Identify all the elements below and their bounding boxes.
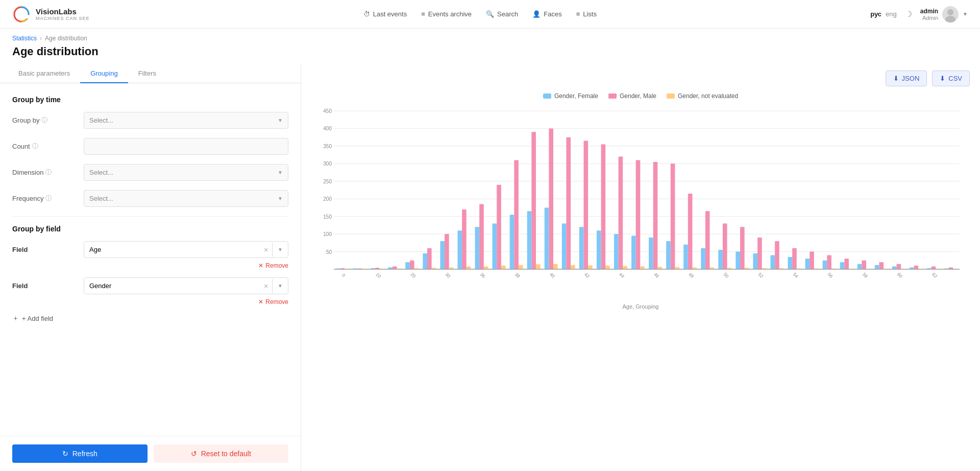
dimension-select[interactable]: Select... ▼ (84, 164, 288, 181)
main-nav: ⏱ Last events ≡ Events archive 🔍 Search … (363, 10, 597, 18)
field-age-dropdown-icon[interactable]: ▼ (273, 247, 288, 252)
field-gender-dropdown-icon[interactable]: ▼ (273, 283, 288, 289)
svg-text:42: 42 (583, 272, 591, 279)
page-header: Statistics › Age distribution Age distri… (0, 29, 980, 58)
lists-icon: ≡ (576, 10, 580, 18)
chevron-down-icon: ▼ (278, 170, 283, 175)
svg-rect-82 (631, 236, 636, 269)
legend-female: Gender, Female (543, 92, 598, 100)
svg-rect-97 (705, 211, 710, 269)
nav-events-archive[interactable]: ≡ Events archive (421, 10, 472, 18)
svg-rect-121 (827, 255, 831, 269)
svg-rect-66 (553, 264, 558, 269)
svg-rect-104 (740, 227, 745, 269)
field-gender-clear-icon[interactable]: × (260, 282, 272, 290)
count-input[interactable] (84, 138, 288, 155)
svg-rect-91 (675, 267, 679, 269)
svg-rect-93 (688, 194, 693, 269)
svg-point-1 (947, 9, 953, 15)
export-csv-button[interactable]: ⬇ CSV (932, 70, 970, 86)
field-age-select[interactable]: × ▼ (84, 241, 288, 258)
frequency-select[interactable]: Select... ▼ (84, 190, 288, 207)
language-switcher[interactable]: рус eng (870, 10, 897, 18)
field-gender-select[interactable]: × ▼ (84, 277, 288, 294)
logo[interactable]: VisionLabs MACHINES CAN SEE (12, 5, 90, 23)
remove-gender-button[interactable]: ✕ Remove (258, 298, 288, 305)
field-gender-input[interactable] (84, 278, 260, 294)
add-field-button[interactable]: ＋ + Add field (12, 314, 288, 323)
tab-grouping[interactable]: Grouping (80, 64, 128, 83)
legend-male-dot (608, 93, 617, 99)
svg-rect-120 (823, 261, 827, 269)
svg-text:44: 44 (618, 272, 625, 279)
svg-rect-135 (896, 264, 901, 269)
breadcrumb-parent[interactable]: Statistics (12, 35, 37, 42)
svg-rect-89 (666, 241, 671, 269)
svg-rect-142 (932, 266, 936, 269)
svg-rect-69 (566, 137, 571, 269)
lang-en[interactable]: eng (886, 10, 897, 18)
svg-rect-132 (879, 262, 884, 269)
panel-footer: ↻ Refresh ↺ Reset to default (0, 436, 301, 471)
group-by-time-title: Group by time (12, 96, 288, 104)
svg-rect-36 (405, 262, 410, 269)
theme-toggle[interactable]: ☽ (905, 9, 912, 19)
header: VisionLabs MACHINES CAN SEE ⏱ Last event… (0, 0, 980, 29)
svg-rect-59 (519, 265, 523, 269)
svg-text:46: 46 (653, 272, 660, 279)
export-json-button[interactable]: ⬇ JSON (886, 70, 927, 86)
field-age-input[interactable] (84, 242, 260, 257)
svg-rect-84 (640, 266, 645, 269)
download-icon: ⬇ (893, 75, 899, 82)
svg-text:350: 350 (323, 144, 332, 149)
count-row: Count ⓘ (12, 138, 288, 155)
svg-rect-48 (462, 209, 467, 269)
svg-rect-83 (636, 160, 641, 269)
nav-search[interactable]: 🔍 Search (486, 10, 518, 18)
svg-rect-146 (949, 268, 953, 269)
chart-wrapper: 5010015020025030035040045001020303638404… (311, 106, 970, 301)
svg-rect-72 (583, 141, 588, 269)
svg-text:250: 250 (323, 179, 332, 184)
remove-age-button[interactable]: ✕ Remove (258, 262, 288, 269)
refresh-button[interactable]: ↻ Refresh (12, 444, 148, 463)
svg-text:38: 38 (514, 272, 521, 279)
nav-lists[interactable]: ≡ Lists (576, 10, 597, 18)
user-avatar[interactable] (942, 6, 959, 22)
svg-rect-103 (736, 252, 740, 269)
svg-rect-50 (475, 227, 480, 269)
dimension-placeholder: Select... (89, 169, 113, 176)
tab-filters[interactable]: Filters (128, 64, 166, 83)
svg-rect-71 (579, 227, 584, 269)
svg-rect-68 (562, 223, 567, 269)
svg-rect-56 (501, 266, 506, 269)
svg-text:54: 54 (792, 272, 799, 279)
svg-rect-61 (527, 211, 532, 269)
legend-male: Gender, Male (608, 92, 656, 100)
user-menu[interactable]: admin Admin ▼ (920, 6, 968, 22)
lang-ru[interactable]: рус (870, 10, 881, 18)
group-by-select[interactable]: Select... ▼ (84, 112, 288, 129)
dimension-row: Dimension ⓘ Select... ▼ (12, 164, 288, 181)
frequency-label: Frequency (12, 195, 43, 202)
svg-rect-45 (449, 268, 454, 269)
nav-last-events[interactable]: ⏱ Last events (363, 10, 407, 18)
svg-rect-86 (653, 162, 658, 269)
tab-basic-parameters[interactable]: Basic parameters (8, 64, 80, 83)
svg-rect-117 (805, 258, 810, 269)
chart-x-label: Age, Grouping (311, 303, 970, 310)
field-age-clear-icon[interactable]: × (260, 246, 272, 254)
svg-point-2 (945, 16, 955, 22)
reset-button[interactable]: ↺ Reset to default (154, 444, 289, 463)
svg-rect-73 (588, 265, 593, 269)
main-layout: Basic parameters Grouping Filters Group … (0, 58, 980, 471)
left-panel: Basic parameters Grouping Filters Group … (0, 64, 301, 471)
nav-faces[interactable]: 👤 Faces (532, 10, 561, 18)
svg-rect-111 (775, 241, 779, 269)
svg-rect-94 (692, 268, 697, 269)
svg-text:200: 200 (323, 196, 332, 202)
svg-rect-127 (857, 264, 862, 269)
svg-text:58: 58 (862, 272, 869, 279)
remove-gender-icon: ✕ (258, 298, 263, 305)
page-title: Age distribution (12, 45, 968, 58)
